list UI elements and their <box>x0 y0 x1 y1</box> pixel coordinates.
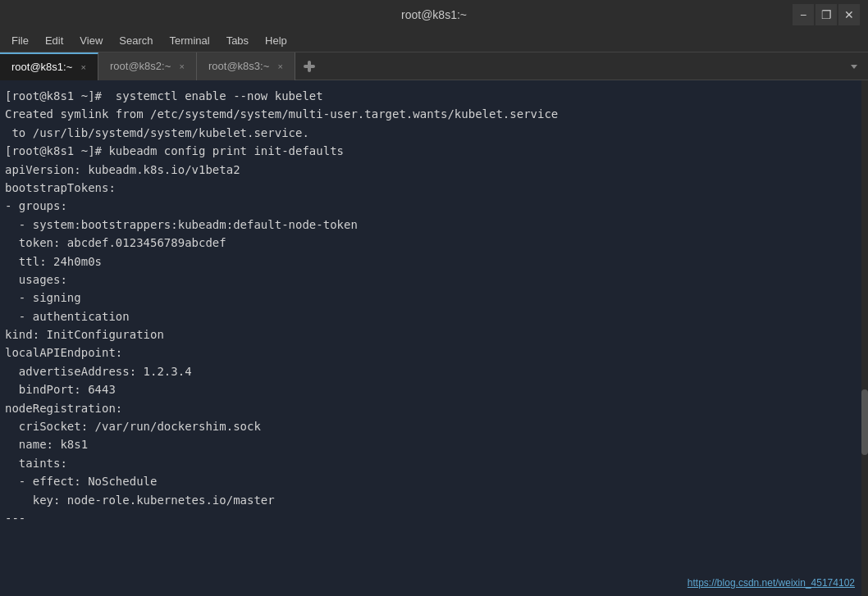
menu-tabs[interactable]: Tabs <box>218 33 257 48</box>
menu-terminal[interactable]: Terminal <box>162 33 218 48</box>
close-button[interactable]: ✕ <box>838 4 860 25</box>
restore-button[interactable]: ❐ <box>815 4 837 25</box>
menu-help[interactable]: Help <box>257 33 295 48</box>
tabs-bar: root@k8s1:~ × root@k8s2:~ × root@k8s3:~ … <box>0 52 868 80</box>
tab-k8s1[interactable]: root@k8s1:~ × <box>0 52 98 80</box>
menu-search[interactable]: Search <box>111 33 161 48</box>
new-tab-button[interactable] <box>295 52 323 80</box>
window-title: root@k8s1:~ <box>401 8 467 21</box>
tab-k8s3-label: root@k8s3:~ <box>208 60 269 72</box>
menu-view[interactable]: View <box>71 33 111 48</box>
tab-k8s2-label: root@k8s2:~ <box>110 60 171 72</box>
minimize-button[interactable]: − <box>793 4 814 25</box>
tab-k8s2[interactable]: root@k8s2:~ × <box>98 52 197 80</box>
tab-k8s1-close[interactable]: × <box>81 62 86 72</box>
svg-rect-1 <box>304 65 315 68</box>
menu-edit[interactable]: Edit <box>37 33 71 48</box>
scrollbar-thumb[interactable] <box>861 389 868 455</box>
tab-k8s2-close[interactable]: × <box>180 61 185 71</box>
terminal-area: [root@k8s1 ~]# systemctl enable --now ku… <box>0 80 868 596</box>
menu-bar: File Edit View Search Terminal Tabs Help <box>0 30 868 52</box>
terminal-content: [root@k8s1 ~]# systemctl enable --now ku… <box>5 87 863 527</box>
tab-k8s3-close[interactable]: × <box>278 61 283 71</box>
tab-dropdown-button[interactable] <box>840 52 868 80</box>
tab-k8s3[interactable]: root@k8s3:~ × <box>197 52 295 80</box>
menu-file[interactable]: File <box>3 33 37 48</box>
status-link[interactable]: https://blog.csdn.net/weixin_45174102 <box>688 576 855 591</box>
window-controls: − ❐ ✕ <box>793 4 860 25</box>
svg-marker-2 <box>851 65 857 69</box>
scrollbar[interactable] <box>861 80 868 596</box>
title-bar: root@k8s1:~ − ❐ ✕ <box>0 0 868 30</box>
tab-k8s1-label: root@k8s1:~ <box>11 61 72 73</box>
